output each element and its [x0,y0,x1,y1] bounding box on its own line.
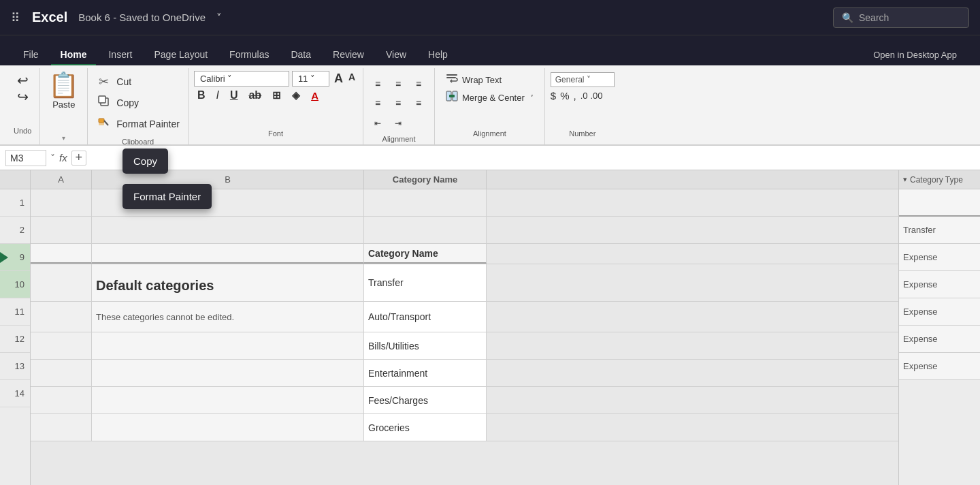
cell-12-a[interactable] [31,360,92,386]
formula-input[interactable] [91,153,975,163]
category-type-expense-3[interactable]: Expense [899,298,980,326]
cell-h-b[interactable] [92,244,364,264]
dollar-button[interactable]: $ [551,90,556,101]
percent-button[interactable]: % [560,90,569,101]
search-bar[interactable]: 🔍 Search [833,7,969,28]
category-type-expense-1[interactable]: Expense [899,244,980,271]
cell-13-a[interactable] [31,387,92,413]
row-1[interactable]: 1 [0,189,30,217]
category-type-label-row[interactable] [899,189,980,217]
cell-14-a[interactable] [31,414,92,441]
paste-button[interactable]: 📋 Paste [48,71,79,110]
italic-button[interactable]: I [212,88,222,103]
cell-14-b[interactable] [92,414,364,441]
cell-12-catname[interactable]: Entertainment [364,360,487,386]
paste-dropdown[interactable]: ▾ [62,134,65,142]
cell-1-a[interactable] [31,189,92,216]
increase-indent-button[interactable]: ⇥ [389,114,407,132]
cell-reference-box[interactable]: M3 [5,150,46,166]
col-header-b[interactable]: B [92,170,364,189]
tab-review[interactable]: Review [323,44,374,65]
tab-view[interactable]: View [376,44,416,65]
tab-insert[interactable]: Insert [99,44,142,65]
cell-11-a[interactable] [31,332,92,359]
strikethrough-button[interactable]: ab [245,88,265,103]
category-type-transfer[interactable]: Transfer [899,217,980,244]
border-button[interactable]: ⊞ [269,88,284,103]
category-type-dropdown-icon[interactable]: ▾ [903,175,907,184]
tab-page-layout[interactable]: Page Layout [144,44,217,65]
align-mid-center-button[interactable]: ≡ [389,94,407,112]
font-name-select[interactable]: Calibri ˅ [194,71,289,87]
redo-button[interactable]: ↩ [17,90,29,104]
row-9[interactable]: 9 [0,244,30,271]
svg-rect-6 [446,77,456,78]
font-color-button[interactable]: A [308,89,322,103]
cell-13-b[interactable] [92,387,364,413]
cell-10-a[interactable] [31,302,92,332]
cell-1-b[interactable] [92,189,364,216]
cell-11-b[interactable] [92,332,364,359]
font-shrink-button[interactable]: A [346,71,357,87]
fill-color-button[interactable]: ◈ [289,88,304,103]
cell-14-catname[interactable]: Groceries [364,414,487,441]
col-header-cat-name[interactable]: Category Name [364,170,487,189]
cell-ref-dropdown[interactable]: ˅ [50,153,55,163]
tab-help[interactable]: Help [419,44,457,65]
row-13[interactable]: 13 [0,353,30,380]
tab-file[interactable]: File [14,44,48,65]
cut-button[interactable]: ✂ Cut [93,72,182,91]
font-size-select[interactable]: 11 ˅ [292,71,329,87]
bold-button[interactable]: B [194,88,209,103]
category-type-expense-5[interactable]: Expense [899,353,980,380]
cell-10-b[interactable]: These categories cannot be edited. [92,302,364,332]
formula-plus-button[interactable]: + [71,151,86,166]
cell-9-catname[interactable]: Transfer [364,264,487,301]
cell-13-catname[interactable]: Fees/Charges [364,387,487,413]
merge-center-button[interactable]: Merge & Center ˅ [443,89,536,106]
underline-button[interactable]: U [227,88,242,103]
chevron-down-icon[interactable]: ˅ [216,12,222,24]
tab-open-desktop[interactable]: Open in Desktop App [864,44,966,65]
cell-10-catname[interactable]: Auto/Transport [364,302,487,332]
row-14[interactable]: 14 [0,380,30,407]
align-mid-left-button[interactable]: ≡ [369,94,387,112]
format-painter-button[interactable]: Format Painter [93,114,182,134]
tab-home[interactable]: Home [51,44,97,65]
align-top-right-button[interactable]: ≡ [410,75,427,93]
cell-11-catname[interactable]: Bills/Utilities [364,332,487,359]
number-format-select[interactable]: General ˅ [551,72,615,87]
category-type-header[interactable]: ▾ Category Type [899,170,980,189]
cell-h-catname[interactable]: Category Name [364,244,487,264]
align-mid-right-button[interactable]: ≡ [410,94,427,112]
cell-2-b[interactable] [92,217,364,243]
comma-button[interactable]: , [573,90,576,101]
cell-h-a[interactable] [31,244,92,264]
align-top-left-button[interactable]: ≡ [369,75,387,93]
merge-center-dropdown[interactable]: ˅ [530,94,534,101]
cell-1-catname[interactable] [364,189,487,216]
row-12[interactable]: 12 [0,326,30,353]
decrease-indent-button[interactable]: ⇤ [369,114,387,132]
cell-2-a[interactable] [31,217,92,243]
row-2[interactable]: 2 [0,217,30,244]
copy-button[interactable]: Copy [93,93,182,112]
cell-12-b[interactable] [92,360,364,386]
dec-decrease-button[interactable]: .00 [590,91,602,101]
undo-button[interactable]: ↩ [17,74,29,87]
align-top-center-button[interactable]: ≡ [389,75,407,93]
category-type-expense-2[interactable]: Expense [899,271,980,298]
tab-data[interactable]: Data [281,44,321,65]
row-11[interactable]: 11 [0,298,30,326]
category-type-expense-4[interactable]: Expense [899,326,980,353]
col-header-a[interactable]: A [31,170,92,189]
cell-2-catname[interactable] [364,217,487,243]
cell-9-b[interactable]: Default categories [92,264,364,301]
dec-increase-button[interactable]: .0 [581,91,588,101]
wrap-text-button[interactable]: Wrap Text [443,71,536,89]
font-grow-button[interactable]: A [332,71,345,87]
row-10[interactable]: 10 [0,271,30,298]
tab-formulas[interactable]: Formulas [220,44,278,65]
cell-9-a[interactable] [31,264,92,301]
app-grid-icon[interactable]: ⠿ [11,10,21,25]
